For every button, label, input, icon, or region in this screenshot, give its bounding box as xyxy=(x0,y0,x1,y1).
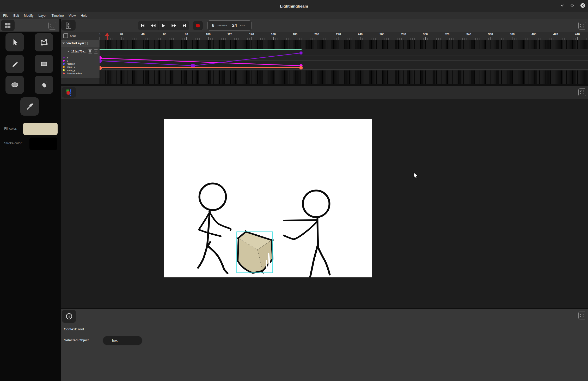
keyframe-start-x[interactable] xyxy=(100,59,102,63)
fill-color-swatch[interactable] xyxy=(23,123,58,135)
property-label: y xyxy=(67,59,68,62)
snap-label: Snap xyxy=(70,34,76,37)
canvas-fullscreen-button[interactable] xyxy=(578,88,586,96)
tool-ellipse-button[interactable] xyxy=(5,76,24,94)
menu-item-help[interactable]: Help xyxy=(81,14,87,17)
timeline-property-y[interactable]: y xyxy=(63,59,82,62)
selected-object-value: box xyxy=(112,338,118,342)
property-color-icon xyxy=(63,57,65,58)
keyframe-x[interactable] xyxy=(191,64,195,68)
toolbox-fullscreen-button[interactable] xyxy=(48,22,56,29)
tool-pencil-button[interactable] xyxy=(5,55,24,73)
frame-unit-label: FRAME xyxy=(217,24,227,27)
panel-grid-button[interactable] xyxy=(1,20,15,31)
info-button[interactable] xyxy=(62,310,76,323)
ellipse-icon xyxy=(10,80,20,89)
skip-to-end-button[interactable] xyxy=(179,21,189,30)
tool-rectangle-button[interactable] xyxy=(35,55,53,73)
tool-paint-bucket-button[interactable] xyxy=(35,76,53,94)
menu-item-file[interactable]: File xyxy=(3,14,8,17)
property-color-icon xyxy=(63,63,65,65)
menu-item-modify[interactable]: Modify xyxy=(24,14,34,17)
mouse-cursor xyxy=(413,172,419,179)
frame-value[interactable]: 6 xyxy=(212,23,214,28)
property-color-icon xyxy=(63,73,65,74)
timeline-property-frameNumber[interactable]: frameNumber xyxy=(63,72,82,75)
film-strip-icon xyxy=(66,22,71,29)
timeline-property-rotation[interactable]: rotation xyxy=(63,62,82,65)
property-label: scale_y xyxy=(67,69,75,72)
keyframe-start-frameNumber[interactable] xyxy=(100,66,102,70)
box-object[interactable] xyxy=(236,230,274,274)
pencil-icon xyxy=(10,59,19,68)
tool-select-button[interactable] xyxy=(5,33,24,51)
close-icon[interactable] xyxy=(580,3,585,9)
sublayer-color-button[interactable] xyxy=(88,49,92,53)
sublayer-panel: 151ad70a... ~ xyrotationscale_xscale_yfr… xyxy=(61,47,100,78)
property-label: frameNumber xyxy=(67,72,82,75)
context-text: Context: root xyxy=(64,327,84,331)
selected-object-field[interactable]: box xyxy=(103,336,142,345)
scene-button[interactable] xyxy=(62,87,76,98)
sublayer-name: 151ad70a... xyxy=(71,50,87,53)
layer-row-vectorlayer[interactable]: VectorLayer [L] xyxy=(61,40,100,47)
fps-value[interactable]: 24 xyxy=(232,23,237,28)
status-panel: Context: root Selected Object xyxy=(61,309,588,381)
maximize-icon[interactable] xyxy=(570,3,575,9)
layer-span-bar[interactable] xyxy=(100,49,302,50)
paint-bucket-icon xyxy=(40,80,48,89)
keyframe-end-x[interactable] xyxy=(299,51,303,55)
lightningbeam-logo-icon xyxy=(65,88,73,96)
rewind-button[interactable] xyxy=(148,21,159,30)
sublayer-row[interactable]: 151ad70a... ~ xyxy=(61,49,100,54)
sublayer-expander-icon[interactable] xyxy=(67,51,70,52)
timeline-curves xyxy=(100,32,588,84)
keyframe-end-frameNumber[interactable] xyxy=(299,66,303,70)
toolbox-header xyxy=(0,19,59,32)
fullscreen-icon xyxy=(580,313,585,318)
timeline-property-scale_y[interactable]: scale_y xyxy=(63,69,82,72)
sublayer-easing-button[interactable]: ~ xyxy=(94,49,98,53)
canvas-header xyxy=(61,86,588,99)
select-arrow-icon xyxy=(10,38,19,47)
grid-icon xyxy=(5,22,11,28)
menu-item-view[interactable]: View xyxy=(69,14,76,17)
skip-to-end-icon xyxy=(182,24,186,27)
property-color-icon xyxy=(63,69,65,71)
skip-to-start-button[interactable] xyxy=(138,21,148,30)
fps-unit-label: FPS xyxy=(240,24,246,27)
tool-transform-button[interactable] xyxy=(35,33,53,51)
menu-item-edit[interactable]: Edit xyxy=(13,14,19,17)
timeline-property-x[interactable]: x xyxy=(63,56,82,59)
status-fullscreen-button[interactable] xyxy=(578,312,586,319)
tilde-icon: ~ xyxy=(95,50,96,53)
layer-expander-icon[interactable] xyxy=(62,43,65,44)
eyedropper-icon xyxy=(25,102,34,111)
menu-item-timeline[interactable]: Timeline xyxy=(52,14,64,17)
timeline-panel-button[interactable] xyxy=(61,20,76,31)
fullscreen-icon xyxy=(580,90,585,95)
stick-figure-left[interactable] xyxy=(198,183,231,273)
layer-suffix: [L] xyxy=(85,42,88,45)
drawing-canvas[interactable] xyxy=(164,119,372,277)
timeline-property-scale_x[interactable]: scale_x xyxy=(63,66,82,69)
skip-to-start-icon xyxy=(141,24,145,27)
snap-checkbox[interactable] xyxy=(63,33,68,38)
rectangle-icon xyxy=(39,59,49,68)
stroke-color-swatch[interactable] xyxy=(29,138,57,150)
title-bar: Lightningbeam xyxy=(0,0,588,12)
property-list: xyrotationscale_xscale_yframeNumber xyxy=(63,56,82,75)
menu-item-layer[interactable]: Layer xyxy=(39,14,47,17)
fast-forward-button[interactable] xyxy=(169,21,179,30)
tool-eyedropper-button[interactable] xyxy=(20,97,39,116)
property-label: x xyxy=(67,56,68,59)
stick-figure-right[interactable] xyxy=(284,190,330,277)
timeline-fullscreen-button[interactable] xyxy=(578,22,586,29)
minimize-icon[interactable] xyxy=(560,3,565,9)
play-button[interactable] xyxy=(158,21,169,30)
rewind-icon xyxy=(151,24,156,27)
color-swatch-icon xyxy=(89,50,91,52)
frame-counter: 6 FRAME 24 FPS xyxy=(207,20,252,31)
menu-bar: FileEditModifyLayerTimelineViewHelp xyxy=(0,12,588,19)
record-button[interactable] xyxy=(193,21,203,30)
